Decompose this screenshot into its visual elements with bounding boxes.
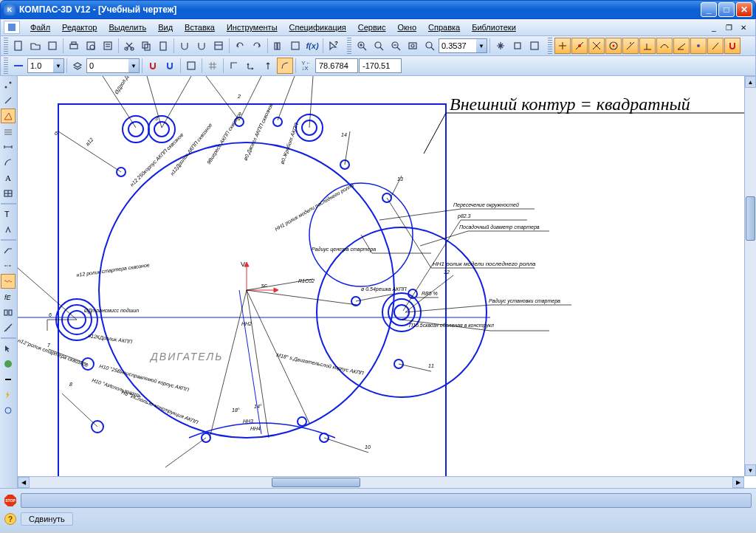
linetype-button[interactable]	[10, 58, 27, 74]
snap-near-button[interactable]	[656, 38, 673, 54]
lineweight-value[interactable]	[28, 59, 53, 72]
circle-tool[interactable]	[1, 403, 16, 418]
paste-button[interactable]	[155, 38, 171, 54]
select-tool[interactable]	[1, 341, 16, 356]
zoom-window-button[interactable]	[354, 38, 370, 54]
layer-combo[interactable]: ▼	[86, 58, 140, 73]
layer-value[interactable]	[87, 59, 128, 72]
vertical-scrollbar[interactable]: ▲ ▼	[744, 76, 756, 476]
pan-button[interactable]	[492, 38, 509, 54]
preview-button[interactable]	[83, 38, 99, 54]
line-tool[interactable]	[1, 93, 16, 108]
spec-tool[interactable]	[1, 357, 16, 371]
redo-button[interactable]	[249, 38, 265, 54]
ortho-button[interactable]	[226, 58, 242, 74]
bolt-tool[interactable]	[1, 388, 16, 402]
edit-tool[interactable]: fE	[1, 289, 16, 304]
grip[interactable]	[548, 38, 552, 54]
menu-tools[interactable]: Инструменты	[221, 21, 284, 33]
menu-spec[interactable]: Спецификация	[284, 21, 352, 33]
zoom-in-button[interactable]	[371, 38, 387, 54]
magnet-red-button[interactable]	[145, 58, 161, 74]
close-button[interactable]: ✕	[736, 2, 752, 17]
cut-button[interactable]	[121, 38, 137, 54]
rough-tool[interactable]	[1, 222, 16, 237]
menu-window[interactable]: Окно	[391, 21, 422, 33]
scroll-left[interactable]: ◀	[18, 477, 30, 488]
magnet-blue-button[interactable]	[162, 58, 178, 74]
hatch-tool[interactable]	[1, 124, 16, 139]
snap-end-button[interactable]	[554, 38, 571, 54]
rotate-button[interactable]	[509, 38, 526, 54]
zoom-prev-button[interactable]	[422, 38, 438, 54]
snap-tangent-button[interactable]	[622, 38, 639, 54]
maximize-button[interactable]: □	[718, 2, 735, 17]
fx-button[interactable]: f(x)	[304, 38, 320, 54]
grip[interactable]	[4, 58, 8, 74]
help-icon[interactable]: ?	[4, 513, 16, 525]
menu-select[interactable]: Выделить	[103, 21, 152, 33]
axis-tool[interactable]	[1, 258, 16, 273]
zoom-combo[interactable]: ▼	[439, 38, 487, 53]
command-line[interactable]	[21, 493, 752, 508]
menu-view[interactable]: Вид	[152, 21, 179, 33]
localcs-button[interactable]	[243, 58, 259, 74]
snap-point-button[interactable]	[690, 38, 707, 54]
grip[interactable]	[347, 38, 351, 54]
measure-tool[interactable]	[1, 320, 16, 335]
mdi-restore[interactable]: ❐	[723, 22, 735, 32]
new-button[interactable]	[10, 38, 27, 54]
copy-button[interactable]	[138, 38, 154, 54]
round-button[interactable]	[277, 58, 293, 74]
minimize-button[interactable]: _	[701, 2, 717, 17]
menu-service[interactable]: Сервис	[352, 21, 392, 33]
lineweight-combo[interactable]: ▼	[27, 58, 64, 73]
doc-icon[interactable]	[4, 21, 20, 34]
param-tool[interactable]	[1, 305, 16, 320]
refresh-button[interactable]	[526, 38, 543, 54]
open-button[interactable]	[27, 38, 44, 54]
variables-button[interactable]	[287, 38, 303, 54]
snap-intersect-button[interactable]	[588, 38, 605, 54]
text-tool[interactable]: A	[1, 171, 16, 185]
menu-insert[interactable]: Вставка	[179, 21, 221, 33]
mdi-minimize[interactable]: _	[708, 22, 720, 32]
scroll-thumb-h[interactable]	[272, 478, 360, 487]
help-cursor-button[interactable]: ?	[326, 38, 342, 54]
snap-angle-button[interactable]	[673, 38, 690, 54]
scroll-up[interactable]: ▲	[745, 76, 756, 88]
leader-tool[interactable]	[1, 243, 16, 258]
table-tool[interactable]	[1, 186, 16, 201]
save-button[interactable]	[44, 38, 61, 54]
layers-button[interactable]	[69, 58, 86, 74]
menu-edit[interactable]: Редактор	[56, 21, 103, 33]
undo-button[interactable]	[232, 38, 248, 54]
properties-button[interactable]	[210, 38, 227, 54]
zoom-fit-button[interactable]	[405, 38, 421, 54]
drawing-canvas[interactable]: V sc Внешний контур = квадратный НН1 рол…	[18, 76, 756, 488]
text2-tool[interactable]: T	[1, 207, 16, 221]
library-button[interactable]	[270, 38, 286, 54]
menu-file[interactable]: Файл	[24, 21, 56, 33]
menu-help[interactable]: Справка	[422, 21, 466, 33]
grid-toggle-button[interactable]	[205, 58, 221, 74]
spec-button[interactable]	[100, 38, 116, 54]
dim-tool[interactable]	[1, 140, 16, 154]
report-tool[interactable]	[1, 372, 16, 387]
hatch-button[interactable]	[183, 58, 199, 74]
grip[interactable]	[4, 38, 8, 54]
break-tool[interactable]	[1, 274, 16, 289]
scroll-down[interactable]: ▼	[745, 464, 756, 476]
coords-button[interactable]	[260, 58, 276, 74]
dd[interactable]: ▼	[53, 59, 63, 72]
point-tool[interactable]	[1, 78, 16, 92]
snap-perp-button[interactable]	[639, 38, 656, 54]
stop-button[interactable]: STOP	[4, 495, 16, 506]
menu-libs[interactable]: Библиотеки	[466, 21, 522, 33]
dd[interactable]: ▼	[128, 59, 139, 72]
snap-center-button[interactable]	[605, 38, 622, 54]
snap-magnet-button[interactable]	[724, 38, 740, 54]
zoom-dropdown[interactable]: ▼	[476, 39, 487, 52]
snap-mid-button[interactable]	[571, 38, 588, 54]
geom-tool[interactable]	[1, 109, 16, 123]
